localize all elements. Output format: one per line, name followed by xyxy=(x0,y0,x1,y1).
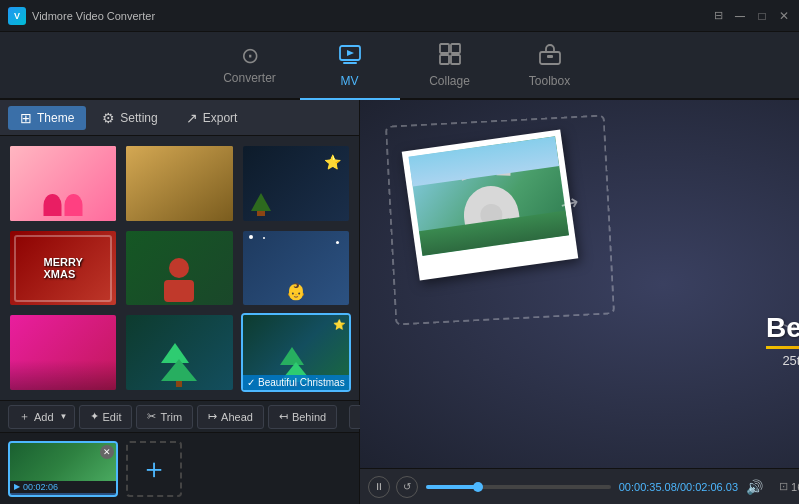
tab-export[interactable]: ↗ Export xyxy=(174,106,250,130)
ahead-icon: ↦ xyxy=(208,410,217,423)
nav-item-converter[interactable]: ⊙ Converter xyxy=(200,32,300,100)
setting-tab-icon: ⚙ xyxy=(102,110,115,126)
tab-export-label: Export xyxy=(203,111,238,125)
pause-icon: ⏸ xyxy=(374,481,384,492)
trim-icon: ✂ xyxy=(147,410,156,423)
export-tab-icon: ↗ xyxy=(186,110,198,126)
svg-rect-5 xyxy=(440,55,449,64)
collage-icon xyxy=(438,42,462,70)
add-clip-button[interactable]: ＋ xyxy=(126,441,182,497)
toolbox-icon xyxy=(538,42,562,70)
theme-label-christmas-tree: Christmas Tree xyxy=(126,390,232,392)
clip-close-btn[interactable]: ✕ xyxy=(100,445,114,459)
polaroid-image xyxy=(409,136,569,256)
tab-theme-label: Theme xyxy=(37,111,74,125)
title-bar: V Vidmore Video Converter ⊟ ─ □ ✕ xyxy=(0,0,799,32)
theme-label-beautiful-christmas: ✓ Beautiful Christmas xyxy=(243,390,349,392)
ahead-button[interactable]: ↦ Ahead xyxy=(197,405,264,429)
ratio-icon: ⊡ xyxy=(779,480,788,493)
window-controls: ⊟ ─ □ ✕ xyxy=(711,9,791,23)
svg-rect-8 xyxy=(547,55,553,58)
sub-tabs: ⊞ Theme ⚙ Setting ↗ Export xyxy=(0,100,359,136)
theme-grid: Happy Simple ⭐ Christmas Eve xyxy=(0,136,359,400)
trim-label: Trim xyxy=(160,411,182,423)
plus-icon: ＋ xyxy=(140,450,168,488)
add-dropdown-icon: ▼ xyxy=(60,412,68,421)
bottom-toolbar: ＋ Add ▼ ✦ Edit ✂ Trim ↦ Ahead ↤ Behind xyxy=(0,400,359,432)
theme-card-santa-claus[interactable]: Santa Claus xyxy=(124,229,234,308)
nav-item-collage[interactable]: Collage xyxy=(400,32,500,100)
timeline: ✕ ▶ 00:02:06 ♬ ✦ ✂ ＋ xyxy=(0,432,359,504)
polaroid-frame xyxy=(402,129,579,280)
theme-card-beautiful-christmas[interactable]: ⭐ ✓ Beautiful Christmas xyxy=(241,313,351,392)
time-current: 00:00:35.08 xyxy=(619,481,677,493)
mv-icon xyxy=(338,42,362,70)
app-title: Vidmore Video Converter xyxy=(32,10,711,22)
ahead-label: Ahead xyxy=(221,411,253,423)
add-icon: ＋ xyxy=(19,409,30,424)
selected-badge: ✓ Beautiful Christmas xyxy=(243,375,349,390)
theme-card-christmas-tree[interactable]: Christmas Tree xyxy=(124,313,234,392)
replay-button[interactable]: ↺ xyxy=(396,476,418,498)
progress-bar[interactable] xyxy=(426,485,611,489)
theme-card-happy[interactable]: Happy xyxy=(8,144,118,223)
nav-label-collage: Collage xyxy=(429,74,470,88)
ratio-value: 16:9 xyxy=(791,481,799,493)
preview-area: ↗ ↘ Beautiful 25th of December xyxy=(360,100,799,468)
theme-card-stripes-waves[interactable]: Stripes & Waves xyxy=(8,313,118,392)
main-content: ⊞ Theme ⚙ Setting ↗ Export xyxy=(0,100,799,504)
theme-thumb-snowy-night: 👶 xyxy=(243,231,349,306)
theme-label-stripes-waves: Stripes & Waves xyxy=(10,390,116,392)
progress-handle[interactable] xyxy=(473,482,483,492)
tab-setting[interactable]: ⚙ Setting xyxy=(90,106,169,130)
theme-card-snowy-night[interactable]: 👶 Snowy Night xyxy=(241,229,351,308)
app-icon: V xyxy=(8,7,26,25)
replay-icon: ↺ xyxy=(403,481,411,492)
preview-text-area: Beautiful 25th of December xyxy=(766,312,799,368)
controls-bar: ⏸ ↺ 00:00:35.08/00:02:06.03 🔊 ⊡ 16:9 ▼ xyxy=(360,468,799,504)
theme-label-snowy-night: Snowy Night xyxy=(243,306,349,308)
nav-label-converter: Converter xyxy=(223,71,276,85)
volume-icon[interactable]: 🔊 xyxy=(746,479,763,495)
minimize-btn[interactable]: ─ xyxy=(733,9,747,23)
nav-item-toolbox[interactable]: Toolbox xyxy=(500,32,600,100)
play-icon-small: ▶ xyxy=(14,482,20,491)
edit-icon: ✦ xyxy=(90,410,99,423)
audio-icon: ♬ xyxy=(14,495,21,497)
scissors-icon: ✂ xyxy=(37,495,45,497)
behind-button[interactable]: ↤ Behind xyxy=(268,405,337,429)
nav-label-mv: MV xyxy=(341,74,359,88)
top-nav: ⊙ Converter MV Collage xyxy=(0,32,799,100)
clip-duration: 00:02:06 xyxy=(23,482,58,492)
time-display: 00:00:35.08/00:02:06.03 xyxy=(619,481,738,493)
add-button[interactable]: ＋ Add ▼ xyxy=(8,405,75,429)
theme-thumb-christmas-eve: ⭐ xyxy=(243,146,349,221)
theme-card-christmas-eve[interactable]: ⭐ Christmas Eve xyxy=(241,144,351,223)
theme-thumb-santa-claus xyxy=(126,231,232,306)
progress-fill xyxy=(426,485,478,489)
theme-thumb-merry-christmas: MERRYXMAS xyxy=(10,231,116,306)
theme-card-simple[interactable]: Simple xyxy=(124,144,234,223)
behind-icon: ↤ xyxy=(279,410,288,423)
preview-title: Beautiful xyxy=(766,312,799,344)
theme-label-simple: Simple xyxy=(126,221,232,223)
theme-card-merry-christmas[interactable]: MERRYXMAS Merry Christmas xyxy=(8,229,118,308)
close-btn[interactable]: ✕ xyxy=(777,9,791,23)
svg-rect-6 xyxy=(451,55,460,64)
theme-thumb-simple xyxy=(126,146,232,221)
caption-icon[interactable]: ⊟ xyxy=(711,9,725,23)
ratio-selector[interactable]: ⊡ 16:9 ▼ xyxy=(779,480,799,493)
maximize-btn[interactable]: □ xyxy=(755,9,769,23)
trim-button[interactable]: ✂ Trim xyxy=(136,405,193,429)
theme-tab-icon: ⊞ xyxy=(20,110,32,126)
nav-item-mv[interactable]: MV xyxy=(300,32,400,100)
svg-marker-1 xyxy=(347,50,354,56)
edit-button[interactable]: ✦ Edit xyxy=(79,405,133,429)
preview-subtitle: 25th of December xyxy=(766,353,799,368)
converter-icon: ⊙ xyxy=(241,45,259,67)
time-total: 00:02:06.03 xyxy=(680,481,738,493)
svg-rect-4 xyxy=(451,44,460,53)
pause-button[interactable]: ⏸ xyxy=(368,476,390,498)
timeline-clip[interactable]: ✕ ▶ 00:02:06 ♬ ✦ ✂ xyxy=(8,441,118,497)
tab-theme[interactable]: ⊞ Theme xyxy=(8,106,86,130)
